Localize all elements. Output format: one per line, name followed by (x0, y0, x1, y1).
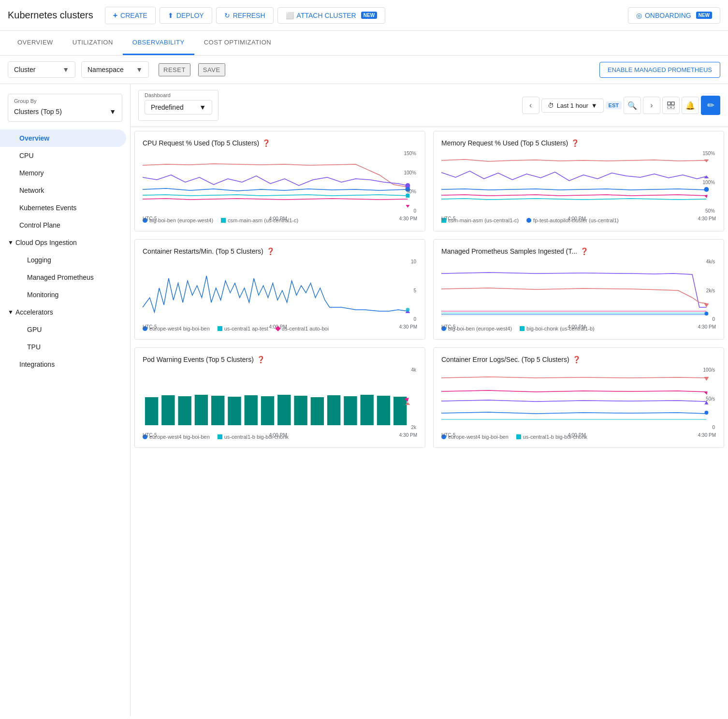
tab-cost-optimization[interactable]: COST OPTIMIZATION (194, 31, 281, 55)
svg-rect-32 (393, 397, 407, 425)
pencil-icon: ✏ (707, 100, 714, 111)
cpu-svg (143, 151, 417, 214)
sidebar-item-accelerators[interactable]: ▼ Accelerators (0, 303, 130, 321)
layout-icon (667, 101, 675, 110)
prometheus-help-icon[interactable]: ❓ (580, 247, 588, 255)
clock-icon: ⏱ (548, 102, 554, 109)
sidebar-item-kubernetes-events[interactable]: Kubernetes Events (0, 199, 130, 216)
edit-button[interactable]: ✏ (701, 96, 720, 115)
restarts-chart-area: 10 5 0 UTC-5 4:00 PM 4:30 PM (143, 259, 417, 322)
filter-bar: Cluster ▼ Namespace ▼ RESET SAVE ENABLE … (0, 56, 728, 84)
tab-overview[interactable]: OVERVIEW (8, 31, 63, 55)
namespace-dropdown[interactable]: Namespace ▼ (81, 61, 149, 78)
memory-help-icon[interactable]: ❓ (571, 139, 579, 147)
onboarding-icon: ◎ (636, 12, 642, 19)
pod-svg (143, 367, 417, 430)
prometheus-chart-area: 4k/s 2k/s 0 (441, 259, 716, 322)
container-restarts-title: Container Restarts/Min. (Top 5 Clusters)… (143, 247, 417, 255)
save-button[interactable]: SAVE (198, 63, 225, 76)
attach-icon: ⬜ (286, 12, 294, 19)
pod-warning-chart: Pod Warning Events (Top 5 Clusters) ❓ 4k… (134, 347, 425, 448)
sidebar-item-tpu[interactable]: TPU (0, 338, 130, 356)
memory-y-labels: 150% 100% 50% (702, 151, 716, 214)
svg-rect-0 (668, 102, 670, 105)
sidebar-item-integrations[interactable]: Integrations (0, 356, 130, 373)
pod-warning-title: Pod Warning Events (Top 5 Clusters) ❓ (143, 356, 417, 363)
container-restarts-chart: Container Restarts/Min. (Top 5 Clusters)… (134, 239, 425, 340)
deploy-button[interactable]: ⬆ DEPLOY (160, 7, 212, 24)
pod-x-labels: UTC-5 4:00 PM 4:30 PM (143, 432, 417, 438)
memory-svg (441, 151, 716, 214)
alert-button[interactable]: 🔔 (682, 97, 699, 114)
pod-y-labels: 4k 2k (411, 367, 417, 430)
group-by-dropdown[interactable]: Clusters (Top 5) ▼ (14, 108, 116, 115)
error-help-icon[interactable]: ❓ (572, 356, 581, 363)
svg-rect-23 (245, 395, 258, 425)
tab-utilization[interactable]: UTILIZATION (63, 31, 123, 55)
pod-chart-area: 4k 2k (143, 367, 417, 430)
prometheus-y-labels: 4k/s 2k/s 0 (706, 259, 716, 322)
layout-button[interactable] (662, 97, 680, 114)
sidebar-item-cpu[interactable]: CPU (0, 147, 130, 164)
onboarding-new-badge: NEW (696, 12, 712, 19)
sidebar-item-overview[interactable]: Overview (0, 129, 126, 147)
dashboard-toolbar: Dashboard Predefined ▼ ‹ ⏱ Last 1 hour ▼… (131, 84, 728, 127)
sidebar-item-monitoring[interactable]: Monitoring (0, 286, 130, 303)
container-error-title: Container Error Logs/Sec. (Top 5 Cluster… (441, 356, 716, 363)
group-by-label: Group By (14, 98, 116, 104)
toolbar-controls: ‹ ⏱ Last 1 hour ▼ EST 🔍 › (522, 96, 720, 115)
sidebar-item-memory[interactable]: Memory (0, 164, 130, 182)
refresh-icon: ↻ (224, 12, 230, 19)
sidebar-item-logging[interactable]: Logging (0, 251, 130, 269)
reset-button[interactable]: RESET (159, 63, 190, 76)
cpu-help-icon[interactable]: ❓ (262, 139, 270, 147)
sidebar-item-cloud-ops-ingestion[interactable]: ▼ Cloud Ops Ingestion (0, 234, 130, 251)
attach-new-badge: NEW (361, 12, 377, 19)
svg-rect-18 (161, 395, 175, 425)
svg-rect-25 (277, 395, 291, 425)
sidebar: Group By Clusters (Top 5) ▼ Overview CPU… (0, 84, 131, 716)
svg-rect-27 (311, 397, 324, 425)
svg-rect-21 (211, 396, 224, 425)
pod-help-icon[interactable]: ❓ (257, 356, 265, 363)
create-button[interactable]: + CREATE (105, 7, 156, 24)
restarts-help-icon[interactable]: ❓ (266, 247, 275, 255)
svg-rect-17 (145, 397, 158, 425)
charts-grid: CPU Request % Used (Top 5 Clusters) ❓ 15… (131, 127, 728, 452)
sidebar-item-gpu[interactable]: GPU (0, 321, 130, 338)
sidebar-item-managed-prometheus[interactable]: Managed Prometheus (0, 269, 130, 286)
restarts-y-labels: 10 5 0 (411, 259, 417, 322)
tab-observability[interactable]: OBSERVABILITY (123, 31, 194, 55)
next-button[interactable]: › (643, 97, 660, 114)
prev-button[interactable]: ‹ (522, 97, 539, 114)
search-icon: 🔍 (627, 101, 637, 110)
prometheus-svg (441, 259, 716, 322)
svg-rect-29 (344, 396, 357, 425)
sidebar-label-cloud-ops: Cloud Ops Ingestion (15, 239, 77, 246)
namespace-dropdown-arrow: ▼ (136, 66, 143, 73)
time-range-button[interactable]: ⏱ Last 1 hour ▼ (541, 99, 604, 113)
search-button[interactable]: 🔍 (624, 97, 641, 114)
sidebar-label-accelerators: Accelerators (15, 308, 53, 316)
sidebar-item-control-plane[interactable]: Control Plane (0, 216, 130, 234)
prometheus-x-labels: UTC-5 4:00 PM 4:30 PM (441, 324, 716, 330)
page-title: Kubernetes clusters (8, 10, 93, 21)
bell-icon: 🔔 (685, 101, 695, 110)
cluster-dropdown[interactable]: Cluster ▼ (8, 61, 75, 78)
restarts-svg (143, 259, 417, 322)
sidebar-item-network[interactable]: Network (0, 182, 130, 199)
error-x-labels: UTC-5 4:00 PM 4:30 PM (441, 432, 716, 438)
enable-managed-prometheus-button[interactable]: ENABLE MANAGED PROMETHEUS (599, 62, 720, 78)
page-header: Kubernetes clusters + CREATE ⬆ DEPLOY ↻ … (0, 0, 728, 31)
dashboard-arrow: ▼ (199, 103, 206, 111)
svg-rect-22 (228, 397, 241, 425)
svg-rect-19 (178, 396, 191, 425)
attach-cluster-button[interactable]: ⬜ ATTACH CLUSTER NEW (277, 7, 386, 24)
svg-rect-24 (261, 396, 274, 425)
dashboard-dropdown[interactable]: Predefined ▼ (145, 100, 212, 115)
memory-x-labels: UTC-5 4:00 PM 4:30 PM (441, 216, 716, 221)
memory-request-chart: Memory Request % Used (Top 5 Clusters) ❓… (433, 131, 724, 231)
refresh-button[interactable]: ↻ REFRESH (216, 7, 274, 24)
expand-arrow-accelerators: ▼ (8, 309, 14, 316)
onboarding-button[interactable]: ◎ ONBOARDING NEW (628, 7, 720, 24)
